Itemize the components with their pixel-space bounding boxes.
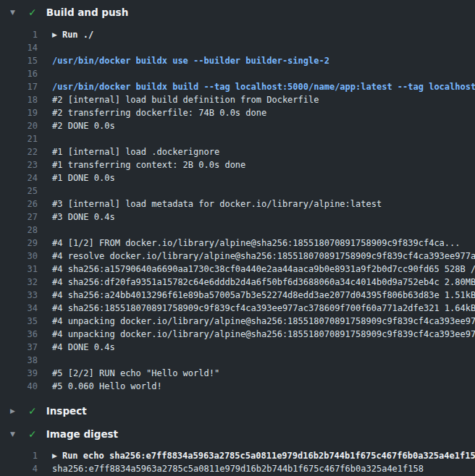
line-text: sha256:e7ff8834a5963a2785c5a0811e979d16b… bbox=[52, 462, 424, 475]
line-text: #4 unpacking docker.io/library/alpine@sh… bbox=[52, 328, 475, 341]
section-title: Image digest bbox=[46, 428, 118, 440]
line-number[interactable]: 17 bbox=[0, 80, 38, 93]
log-section: ▼ ✓ Build and push 1 ▶Run ./ 14 Using bu… bbox=[0, 0, 475, 397]
line-number[interactable]: 32 bbox=[0, 276, 38, 289]
log-line: 15 /usr/bin/docker buildx use --builder … bbox=[0, 54, 475, 67]
log-line: 33 #4 sha256:a24bb4013296f61e89ba57005a7… bbox=[0, 289, 475, 302]
expand-run-toggle-icon[interactable]: ▶ bbox=[52, 28, 57, 41]
line-text: #4 sha256:df20fa9351a15782c64e6dddb2d4a6… bbox=[52, 276, 475, 289]
line-text: Run echo sha256:e7ff8834a5963a2785c5a081… bbox=[62, 449, 475, 462]
line-text: #4 DONE 0.4s bbox=[52, 341, 115, 354]
line-number[interactable]: 18 bbox=[0, 93, 38, 106]
check-icon: ✓ bbox=[28, 7, 37, 18]
line-number[interactable]: 29 bbox=[0, 237, 38, 250]
line-number[interactable]: 19 bbox=[0, 106, 38, 119]
line-text: /usr/bin/docker buildx use --builder bui… bbox=[52, 54, 329, 67]
log-line: 31 #4 sha256:a15790640a6690aa1730c38cf0a… bbox=[0, 263, 475, 276]
log-line: 28 bbox=[0, 224, 475, 237]
line-number[interactable]: 36 bbox=[0, 328, 38, 341]
line-number[interactable]: 4 bbox=[0, 462, 38, 475]
line-number[interactable]: 25 bbox=[0, 184, 38, 197]
section-title: Build and push bbox=[46, 7, 129, 18]
line-number[interactable]: 30 bbox=[0, 250, 38, 263]
line-number[interactable]: 16 bbox=[0, 67, 38, 80]
log-line: 29 #4 [1/2] FROM docker.io/library/alpin… bbox=[0, 237, 475, 250]
log-line: 22 #1 [internal] load .dockerignore bbox=[0, 145, 475, 158]
log-section: ▼ ✓ Image digest 1 ▶Run echo sha256:e7ff… bbox=[0, 425, 475, 476]
log-line: 32 #4 sha256:df20fa9351a15782c64e6dddb2d… bbox=[0, 276, 475, 289]
log-line: 1 ▶Run ./ bbox=[0, 28, 475, 41]
line-number[interactable]: 27 bbox=[0, 211, 38, 224]
log-line: 14 Using builder instance builder-single… bbox=[0, 41, 475, 54]
check-icon: ✓ bbox=[28, 428, 37, 440]
log-line: 24 #1 DONE 0.0s bbox=[0, 171, 475, 184]
line-text: #2 transferring dockerfile: 74B 0.0s don… bbox=[52, 106, 266, 119]
line-text: #2 DONE 0.0s bbox=[52, 119, 115, 132]
log-line: 37 #4 DONE 0.4s bbox=[0, 341, 475, 354]
line-text: #4 unpacking docker.io/library/alpine@sh… bbox=[52, 315, 475, 328]
section-header-inspect[interactable]: ▶ ✓ Inspect bbox=[0, 401, 475, 420]
line-number[interactable]: 28 bbox=[0, 224, 38, 237]
line-number[interactable]: 37 bbox=[0, 341, 38, 354]
log-line: 4 sha256:e7ff8834a5963a2785c5a0811e979d1… bbox=[0, 462, 475, 475]
section-body: 1 ▶Run ./ 14 Using builder instance buil… bbox=[0, 25, 475, 397]
line-text: #1 DONE 0.0s bbox=[52, 171, 115, 184]
log-line: 35 #4 unpacking docker.io/library/alpine… bbox=[0, 315, 475, 328]
line-text: /usr/bin/docker buildx build --tag local… bbox=[52, 80, 475, 93]
log-line: 39 #5 [2/2] RUN echo "Hello world!" bbox=[0, 367, 475, 380]
line-number[interactable]: 15 bbox=[0, 54, 38, 67]
line-text: #4 sha256:a15790640a6690aa1730c38cf0a440… bbox=[52, 263, 475, 276]
line-text: Run ./ bbox=[62, 28, 93, 41]
line-number[interactable]: 33 bbox=[0, 289, 38, 302]
line-number[interactable]: 23 bbox=[0, 158, 38, 171]
line-number[interactable]: 40 bbox=[0, 380, 38, 393]
log-line: 30 #4 resolve docker.io/library/alpine@s… bbox=[0, 250, 475, 263]
line-number[interactable]: 26 bbox=[0, 197, 38, 211]
log-line: 38 bbox=[0, 354, 475, 367]
log-line: 18 #2 [internal] load build definition f… bbox=[0, 93, 475, 106]
log-line: 36 #4 unpacking docker.io/library/alpine… bbox=[0, 328, 475, 341]
log-line: 16 Starting build... bbox=[0, 67, 475, 80]
line-text: #1 [internal] load .dockerignore bbox=[52, 145, 219, 158]
chevron-icon: ▼ bbox=[10, 430, 19, 438]
line-text: Starting build... bbox=[52, 67, 141, 80]
line-number[interactable]: 31 bbox=[0, 263, 38, 276]
line-number[interactable]: 38 bbox=[0, 354, 38, 367]
chevron-icon: ▼ bbox=[10, 9, 19, 16]
line-text: #5 [2/2] RUN echo "Hello world!" bbox=[52, 367, 219, 380]
log-section: ▶ ✓ Inspect bbox=[0, 401, 475, 420]
log-line: 34 #4 sha256:185518070891758909c9f839cf4… bbox=[0, 302, 475, 315]
log-line: 26 #3 [internal] load metadata for docke… bbox=[0, 197, 475, 211]
section-body: 1 ▶Run echo sha256:e7ff8834a5963a2785c5a… bbox=[0, 443, 475, 476]
line-text: Using builder instance builder-single-2 bbox=[52, 41, 256, 54]
section-title: Inspect bbox=[46, 405, 87, 417]
line-number[interactable]: 22 bbox=[0, 145, 38, 158]
line-text: #4 sha256:a24bb4013296f61e89ba57005a7b3e… bbox=[52, 289, 475, 302]
line-number[interactable]: 21 bbox=[0, 132, 38, 145]
line-number[interactable]: 35 bbox=[0, 315, 38, 328]
line-number[interactable]: 14 bbox=[0, 41, 38, 54]
line-number[interactable]: 1 bbox=[0, 28, 38, 41]
line-number[interactable]: 24 bbox=[0, 171, 38, 184]
log-line: 23 #1 transferring context: 2B 0.0s done bbox=[0, 158, 475, 171]
line-number[interactable]: 39 bbox=[0, 367, 38, 380]
section-header-image-digest[interactable]: ▼ ✓ Image digest bbox=[0, 425, 475, 443]
log-line: 40 #5 0.060 Hello world! bbox=[0, 380, 475, 393]
log-line: 27 #3 DONE 0.4s bbox=[0, 211, 475, 224]
line-text: #4 resolve docker.io/library/alpine@sha2… bbox=[52, 250, 475, 263]
line-text: #4 [1/2] FROM docker.io/library/alpine@s… bbox=[52, 237, 461, 250]
line-number[interactable]: 20 bbox=[0, 119, 38, 132]
line-number[interactable]: 34 bbox=[0, 302, 38, 315]
expand-run-toggle-icon[interactable]: ▶ bbox=[52, 449, 57, 462]
chevron-icon: ▶ bbox=[10, 407, 19, 415]
line-text: #2 [internal] load build definition from… bbox=[52, 93, 319, 106]
workflow-log-viewer: ▼ ✓ Build and push 1 ▶Run ./ 14 Using bu… bbox=[0, 0, 475, 476]
log-line: 17 /usr/bin/docker buildx build --tag lo… bbox=[0, 80, 475, 93]
line-number[interactable]: 1 bbox=[0, 449, 38, 462]
line-text: #5 0.060 Hello world! bbox=[52, 380, 162, 393]
log-line: 19 #2 transferring dockerfile: 74B 0.0s … bbox=[0, 106, 475, 119]
line-text: #3 [internal] load metadata for docker.i… bbox=[52, 197, 382, 211]
line-text: #3 DONE 0.4s bbox=[52, 211, 115, 224]
line-text: #4 sha256:185518070891758909c9f839cf4ca3… bbox=[52, 302, 475, 315]
section-header-build-and-push[interactable]: ▼ ✓ Build and push bbox=[0, 0, 475, 25]
